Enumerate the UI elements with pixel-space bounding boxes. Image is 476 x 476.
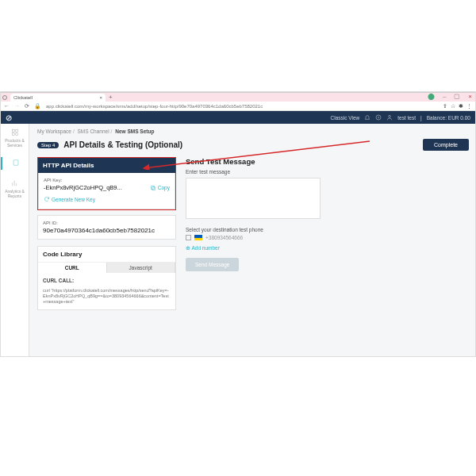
crumb-channel[interactable]: SMS Channel xyxy=(78,129,109,134)
user-name[interactable]: test test xyxy=(397,115,416,121)
bell-icon[interactable] xyxy=(364,114,370,121)
help-icon[interactable]: ? xyxy=(375,114,382,121)
close-tab-icon[interactable]: × xyxy=(99,95,102,100)
app-icon xyxy=(2,95,7,100)
code-heading: CURL CALL: xyxy=(43,278,171,283)
http-api-panel: HTTP API Details API Key: -EknPx8vRjGC2o… xyxy=(37,157,176,210)
classic-view-link[interactable]: Classic View xyxy=(331,115,360,121)
left-rail: Products & Services Analytics & Reports xyxy=(1,124,29,356)
window-minimize-icon[interactable]: – xyxy=(443,93,446,100)
rail-current[interactable] xyxy=(1,157,29,170)
crumb-current: New SMS Setup xyxy=(115,129,154,134)
breadcrumb: My Workspace/ SMS Channel/ New SMS Setup xyxy=(37,129,469,134)
copy-button[interactable]: Copy xyxy=(150,185,170,191)
destination-label: Select your destination test phone xyxy=(186,227,469,232)
add-number-link[interactable]: ⊕ Add number xyxy=(186,245,469,251)
api-id-label: API ID: xyxy=(43,221,171,225)
new-tab-button[interactable]: + xyxy=(109,94,113,101)
svg-rect-9 xyxy=(152,186,155,190)
star-icon[interactable]: ☆ xyxy=(451,103,455,109)
crumb-workspace[interactable]: My Workspace xyxy=(37,129,71,134)
window-close-icon[interactable]: × xyxy=(468,93,472,100)
address-bar[interactable]: app.clickatell.com/my-workspace/sms/add/… xyxy=(46,104,438,109)
nav-fwd-icon[interactable]: → xyxy=(14,103,20,109)
rail-analytics[interactable]: Analytics & Reports xyxy=(1,178,29,200)
code-sample: curl "https://platform.clickatell.com/me… xyxy=(43,288,171,305)
tab-curl[interactable]: CURL xyxy=(38,263,107,273)
tab-title: Clickatell xyxy=(13,95,33,100)
balance-text: Balance: EUR 0.00 xyxy=(427,115,470,121)
svg-text:?: ? xyxy=(378,116,380,120)
brand-logo[interactable]: ⊘ xyxy=(6,113,11,122)
api-id-panel: API ID: 90e70a4970364c1da60cb5eb7582021c xyxy=(37,215,176,240)
api-id-value: 90e70a4970364c1da60cb5eb7582021c xyxy=(43,227,171,234)
extensions-icon[interactable]: ✱ xyxy=(459,103,463,109)
svg-point-2 xyxy=(389,115,391,117)
user-avatar-icon[interactable] xyxy=(386,114,393,121)
phone-number: +380934564666 xyxy=(205,235,243,240)
page-title: API Details & Testing (Optional) xyxy=(63,140,182,149)
nav-reload-icon[interactable]: ⟳ xyxy=(25,103,29,109)
lock-icon: 🔒 xyxy=(34,103,41,109)
send-message-button[interactable]: Send Message xyxy=(186,258,239,271)
browser-tab[interactable]: Clickatell × xyxy=(10,94,106,102)
message-label: Enter test message xyxy=(186,169,469,175)
generate-key-link[interactable]: Generate New Key xyxy=(44,196,95,202)
step-badge: Step 4 xyxy=(37,142,59,148)
share-icon[interactable]: ⇪ xyxy=(443,103,447,109)
complete-button[interactable]: Complete xyxy=(423,139,469,151)
svg-rect-7 xyxy=(13,160,18,166)
menu-icon[interactable]: ⋮ xyxy=(466,103,472,109)
panel-title: HTTP API Details xyxy=(38,158,175,173)
rail-products[interactable]: Products & Services xyxy=(1,127,29,149)
message-textarea[interactable] xyxy=(186,178,321,219)
code-library-panel: Code Library CURL Javascript CURL CALL: … xyxy=(37,246,176,310)
code-library-title: Code Library xyxy=(38,247,175,263)
window-tool-icon[interactable]: ⬤ xyxy=(428,93,435,100)
api-key-label: API Key: xyxy=(44,178,170,182)
nav-back-icon[interactable]: ← xyxy=(4,103,10,109)
window-maximize-icon[interactable]: ▢ xyxy=(454,93,460,100)
flag-icon xyxy=(194,235,202,240)
svg-rect-10 xyxy=(151,186,154,189)
svg-rect-4 xyxy=(15,130,17,132)
tab-javascript[interactable]: Javascript xyxy=(107,263,176,273)
svg-rect-5 xyxy=(12,133,13,136)
svg-rect-6 xyxy=(15,133,17,136)
svg-rect-3 xyxy=(12,130,13,132)
api-key-value: -EknPx8vRjGC2oHPQ_qB9... xyxy=(44,184,122,191)
send-test-heading: Send Test Message xyxy=(186,157,469,166)
phone-checkbox[interactable] xyxy=(186,235,191,240)
